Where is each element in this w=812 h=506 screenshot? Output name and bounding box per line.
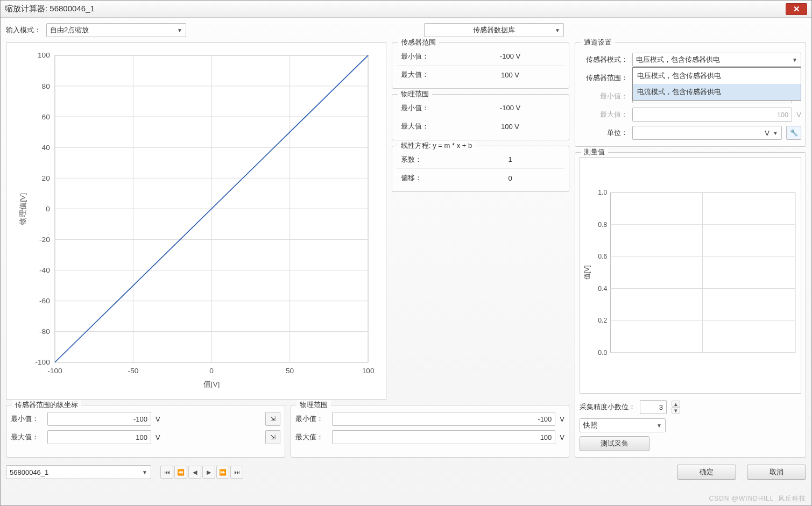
prev-icon: ◀ xyxy=(193,469,197,476)
channel-settings-title: 通道设置 xyxy=(581,38,615,47)
sensor-range-y-panel: 传感器范围的纵坐标 最小值： -100 V ⇲ 最大值： 100 V xyxy=(6,405,285,458)
br-min-input[interactable]: -100 xyxy=(332,412,556,426)
nav-back-button[interactable]: ◀ xyxy=(188,466,201,479)
bl-max-label: 最大值： xyxy=(11,432,43,442)
br-title: 物理范围 xyxy=(296,400,331,410)
measurement-panel: 测量值 1.0 xyxy=(575,152,806,458)
svg-text:0.0: 0.0 xyxy=(598,349,607,357)
offset-label: 偏移： xyxy=(401,173,460,183)
test-acquisition-button[interactable]: 测试采集 xyxy=(580,436,649,451)
chevron-down-icon: ▼ xyxy=(177,27,182,33)
chevron-down-icon: ▼ xyxy=(792,57,797,63)
svg-text:20: 20 xyxy=(42,174,51,182)
skip-last-icon: ⏭ xyxy=(234,469,240,475)
precision-input[interactable]: 3 xyxy=(640,400,667,414)
physical-range-max-value: 100 V xyxy=(460,123,560,131)
svg-text:1.0: 1.0 xyxy=(598,189,607,196)
chevron-down-icon: ▼ xyxy=(555,27,560,33)
cs-max-label: 最大值： xyxy=(580,110,628,119)
svg-text:-40: -40 xyxy=(39,266,50,274)
main-chart: 100 80 60 40 20 0 -20 -40 -60 -80 -100 xyxy=(6,42,386,400)
window-title: 缩放计算器: 56800046_1 xyxy=(5,4,95,14)
sensor-range-max-value: 100 V xyxy=(460,71,560,79)
sensor-mode-option-voltage[interactable]: 电压模式，包含传感器供电 xyxy=(633,68,801,84)
main-chart-svg: 100 80 60 40 20 0 -20 -40 -60 -80 -100 xyxy=(12,48,380,394)
cs-max-unit: V xyxy=(796,111,801,119)
coef-value: 1 xyxy=(460,155,560,163)
svg-text:-100: -100 xyxy=(47,367,62,375)
main-chart-xlabel: 值[V] xyxy=(203,380,220,388)
physical-range-panel: 物理范围 最小值：-100 V 最大值：100 V xyxy=(392,94,569,140)
chevron-down-icon: ▼ xyxy=(142,469,147,475)
cancel-button[interactable]: 取消 xyxy=(747,465,806,480)
offset-value: 0 xyxy=(460,174,560,182)
sensor-mode-option-current[interactable]: 电流模式，包含传感器供电 xyxy=(633,84,801,100)
sensor-mode-label: 传感器模式： xyxy=(580,55,628,65)
svg-text:-60: -60 xyxy=(39,297,50,305)
nav-fast-back-button[interactable]: ⏪ xyxy=(174,466,187,479)
sensor-range-min-label: 最小值： xyxy=(401,52,460,61)
cs-min-label: 最小值： xyxy=(580,91,628,101)
sensor-range-title: 传感器范围 xyxy=(398,38,439,47)
rewind-icon: ⏪ xyxy=(177,469,185,476)
unit-edit-button[interactable]: 🔧 xyxy=(786,126,801,140)
br-max-unit: V xyxy=(560,433,564,441)
unit-value: V xyxy=(765,129,769,137)
bl-min-unit: V xyxy=(156,415,160,423)
precision-up[interactable]: ▴ xyxy=(672,401,680,407)
svg-text:-80: -80 xyxy=(39,327,50,336)
svg-text:-50: -50 xyxy=(128,367,139,375)
br-max-input[interactable]: 100 xyxy=(332,430,556,444)
sensor-range-y-title: 传感器范围的纵坐标 xyxy=(12,400,81,410)
input-mode-value: 自由2点缩放 xyxy=(50,25,89,35)
br-max-label: 最大值： xyxy=(295,432,328,442)
apply-max-button[interactable]: ⇲ xyxy=(265,430,280,444)
svg-text:0: 0 xyxy=(209,367,214,375)
input-mode-label: 输入模式： xyxy=(6,25,41,35)
apply-icon: ⇲ xyxy=(270,433,276,441)
svg-text:0: 0 xyxy=(46,205,50,213)
skip-first-icon: ⏮ xyxy=(164,469,170,475)
bl-max-input[interactable]: 100 xyxy=(47,430,151,444)
physical-range-min-label: 最小值： xyxy=(401,103,460,113)
measurement-ylabel: 值[V] xyxy=(583,265,591,280)
measurement-chart-svg: 1.0 0.8 0.6 0.4 0.2 0.0 值[V] xyxy=(580,158,801,393)
svg-text:60: 60 xyxy=(42,113,51,121)
svg-text:0.6: 0.6 xyxy=(598,253,607,260)
precision-down[interactable]: ▾ xyxy=(672,407,680,414)
sensor-mode-combo[interactable]: 电压模式，包含传感器供电 ▼ 电压模式，包含传感器供电 电流模式，包含传感器供电 xyxy=(632,53,801,67)
nav-fast-forward-button[interactable]: ⏩ xyxy=(216,466,229,479)
apply-icon: ⇲ xyxy=(270,415,276,423)
sensor-range-max-label: 最大值： xyxy=(401,70,460,80)
nav-last-button[interactable]: ⏭ xyxy=(230,466,243,479)
svg-text:0.2: 0.2 xyxy=(598,317,607,324)
unit-combo[interactable]: V ▼ xyxy=(632,126,782,140)
chevron-down-icon: ▼ xyxy=(656,423,662,429)
item-selector-value: 56800046_1 xyxy=(10,468,48,476)
sensor-range-label: 传感器范围： xyxy=(580,73,628,83)
ok-button[interactable]: 确定 xyxy=(677,465,736,480)
svg-text:-20: -20 xyxy=(39,236,50,244)
close-icon: ✕ xyxy=(793,4,800,14)
bl-min-input[interactable]: -100 xyxy=(47,412,151,426)
nav-forward-button[interactable]: ▶ xyxy=(202,466,215,479)
sensor-db-combo[interactable]: 传感器数据库 ▼ xyxy=(424,23,564,37)
item-selector-combo[interactable]: 56800046_1 ▼ xyxy=(6,465,151,479)
sensor-range-min-value: -100 V xyxy=(460,52,560,60)
next-icon: ▶ xyxy=(207,469,211,476)
physical-range-title: 物理范围 xyxy=(398,89,432,99)
snapshot-combo[interactable]: 快照 ▼ xyxy=(580,418,666,432)
chevron-down-icon: ▼ xyxy=(773,130,778,136)
physical-range-max-label: 最大值： xyxy=(401,122,460,131)
svg-text:80: 80 xyxy=(42,82,51,90)
physical-range-bottom-panel: 物理范围 最小值： -100 V 最大值： 100 V xyxy=(291,405,570,458)
nav-first-button[interactable]: ⏮ xyxy=(160,466,173,479)
svg-text:100: 100 xyxy=(362,367,375,375)
svg-text:50: 50 xyxy=(286,367,294,375)
sensor-range-panel: 传感器范围 最小值：-100 V 最大值：100 V xyxy=(392,42,569,89)
apply-min-button[interactable]: ⇲ xyxy=(265,412,280,426)
close-button[interactable]: ✕ xyxy=(786,3,807,15)
unit-label: 单位： xyxy=(580,128,628,138)
input-mode-combo[interactable]: 自由2点缩放 ▼ xyxy=(46,23,186,37)
sensor-mode-value: 电压模式，包含传感器供电 xyxy=(636,55,720,65)
